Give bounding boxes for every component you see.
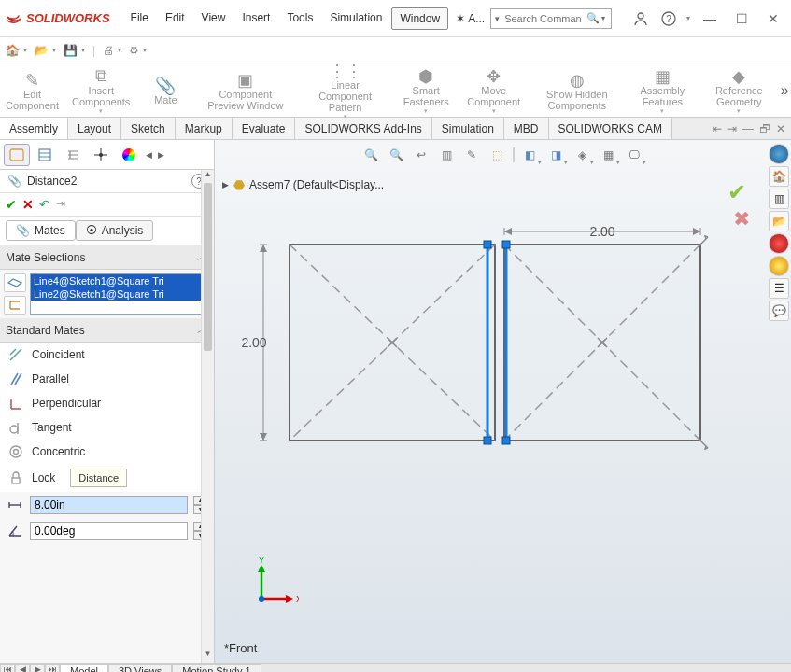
undo-button[interactable]: ↶ [39,197,50,212]
menu-view[interactable]: View [194,7,233,30]
scroll-down-icon[interactable]: ▼ [202,650,214,663]
ribbon-smart-fasteners[interactable]: ⬢Smart Fasteners▾ [393,63,459,117]
dynamic-annotation-icon[interactable]: ✎ [460,144,483,166]
scroll-up-icon[interactable]: ▲ [202,170,214,183]
ribbon-show-hidden[interactable]: ◍Show Hidden Components [529,63,626,117]
maximize-button[interactable]: ☐ [729,7,754,31]
zoom-area-icon[interactable]: 🔍 [385,144,407,166]
ribbon-reference-geometry[interactable]: ◆Reference Geometry▾ [699,63,779,117]
pin-button[interactable]: ⇥ [56,197,65,212]
selection-filter-faces[interactable] [4,273,26,292]
view-palette-icon[interactable]: 📂 [769,211,789,231]
minimize-button[interactable]: — [698,7,722,31]
angle-icon[interactable] [6,522,24,540]
distance-input[interactable] [30,496,188,514]
search-input[interactable] [502,12,586,25]
mate-concentric[interactable]: Concentric [0,440,214,464]
help-icon[interactable]: ? [658,8,679,29]
zoom-fit-icon[interactable]: 🔍 [360,144,382,166]
tab-assembly[interactable]: Assembly [0,118,68,139]
pm-tab-mates[interactable]: 📎Mates [6,220,76,241]
mate-coincident[interactable]: Coincident [0,343,214,367]
bottom-tab-model[interactable]: Model [60,664,108,672]
tab-cam[interactable]: SOLIDWORKS CAM [549,118,672,139]
tab-property-manager[interactable] [32,144,58,166]
view-orientation-icon[interactable]: ⬚ [486,144,508,166]
tab-scroll-last-icon[interactable]: ⏭ [45,664,60,672]
distance-icon[interactable] [6,496,24,514]
pm-tab-analysis[interactable]: ⦿Analysis [76,220,154,241]
tile-right-icon[interactable]: ⇥ [727,122,737,135]
menu-simulation[interactable]: Simulation [322,7,389,30]
standard-mates-header[interactable]: Standard Mates ︿ [0,318,214,343]
angle-input[interactable] [30,522,188,540]
file-explorer-icon[interactable]: ▥ [769,189,789,209]
ribbon-overflow[interactable]: » [779,63,791,117]
save-icon[interactable]: 💾 [64,44,78,57]
confirm-ok-icon[interactable]: ✔ [727,179,746,205]
feature-tree-flyout[interactable]: ▶ ⬣ Assem7 (Default<Display... [222,177,384,192]
tab-sketch[interactable]: Sketch [121,118,176,139]
tab-dim-expert[interactable] [88,144,114,166]
tile-left-icon[interactable]: ⇤ [713,122,722,135]
expand-icon[interactable]: ▶ [222,180,229,189]
chevron-down-icon[interactable]: ▾ [601,14,605,22]
ribbon-assembly-features[interactable]: ▦Assembly Features▾ [626,63,699,117]
chevron-down-icon[interactable]: ▾ [686,14,690,22]
print-icon[interactable]: 🖨 [103,44,114,57]
tab-markup[interactable]: Markup [176,118,233,139]
cam-icon[interactable]: 💬 [769,301,789,321]
graphics-viewport[interactable]: 🔍 🔍 ↩ ▥ ✎ ⬚ ◧▾ ◨▾ ◈▾ ▦▾ 🖵▾ ▶ ⬣ Assem7 (D… [215,140,791,663]
bottom-tab-motion-study[interactable]: Motion Study 1 [172,664,261,672]
tab-scroll-first-icon[interactable]: ⏮ [0,664,15,672]
close-button[interactable]: ✕ [761,7,785,31]
menu-file[interactable]: File [123,7,156,30]
confirm-cancel-icon[interactable]: ✖ [733,207,750,231]
ribbon-move-component[interactable]: ✥Move Component▾ [459,63,529,117]
title-extra[interactable]: ✶ A... [456,12,485,25]
tab-nav-left[interactable]: ◀ [144,150,154,160]
user-icon[interactable] [630,8,651,29]
menu-insert[interactable]: Insert [234,7,277,30]
tab-scroll-left-icon[interactable]: ◀ [15,664,30,672]
mate-parallel[interactable]: Parallel [0,367,214,391]
tab-mbd[interactable]: MBD [504,118,549,139]
home-icon[interactable]: 🏠 [6,44,20,57]
mate-lock[interactable]: Lock Distance [0,464,214,492]
close-panel-icon[interactable]: ✕ [776,122,785,135]
menu-window[interactable]: Window [391,7,448,30]
ribbon-mate[interactable]: 📎Mate [137,63,193,117]
selection-list[interactable]: Line4@Sketch1@Square Tri Line2@Sketch1@S… [30,273,210,315]
selection-item[interactable]: Line2@Sketch1@Square Tri [31,287,209,301]
scroll-thumb[interactable] [204,183,212,351]
ribbon-insert-components[interactable]: ⧉Insert Components▾ [64,63,137,117]
tab-display-manager[interactable] [116,144,142,166]
tab-config-manager[interactable] [60,144,86,166]
mate-selections-header[interactable]: Mate Selections ︿ [0,245,214,270]
previous-view-icon[interactable]: ↩ [410,144,432,166]
appearances-icon[interactable] [769,233,789,254]
minimize-panel-icon[interactable]: — [742,122,754,135]
mate-perpendicular[interactable]: Perpendicular [0,391,214,415]
tab-simulation[interactable]: Simulation [432,118,504,139]
solidworks-resources-icon[interactable] [769,144,789,164]
restore-panel-icon[interactable]: 🗗 [759,122,770,135]
tab-evaluate[interactable]: Evaluate [233,118,296,139]
menu-edit[interactable]: Edit [158,7,192,30]
bottom-tab-3dviews[interactable]: 3D Views [108,664,172,672]
tab-nav-right[interactable]: ▶ [156,150,166,160]
ok-button[interactable]: ✔ [6,197,17,212]
section-view-icon[interactable]: ▥ [435,144,458,166]
forum-icon[interactable]: ☰ [769,278,789,299]
menu-tools[interactable]: Tools [279,7,320,30]
open-icon[interactable]: 📂 [35,44,49,57]
tab-addins[interactable]: SOLIDWORKS Add-Ins [295,118,431,139]
ribbon-linear-pattern[interactable]: ⋮⋮Linear Component Pattern▾ [297,63,393,117]
search-icon[interactable]: 🔍 [586,12,600,24]
left-panel-scrollbar[interactable]: ▲ ▼ [201,170,214,663]
cancel-button[interactable]: ✕ [22,197,34,212]
mate-tangent[interactable]: Tangent [0,415,214,440]
ribbon-edit-component[interactable]: ✎Edit Component [0,63,64,117]
custom-properties-icon[interactable] [769,256,789,276]
selection-item[interactable]: Line4@Sketch1@Square Tri [31,274,209,287]
